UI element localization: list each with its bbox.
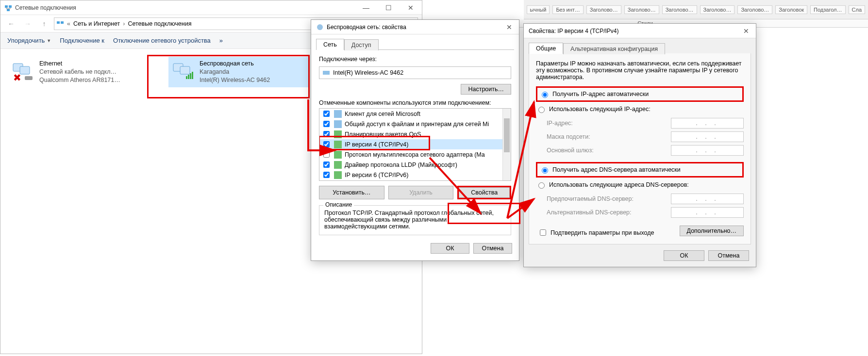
dialog-title: Свойства: IP версии 4 (TCP/IPv4): [529, 28, 619, 34]
ribbon-item[interactable]: Без инт…: [552, 5, 583, 14]
svg-rect-6: [20, 66, 30, 74]
remove-button: Удалить: [388, 186, 454, 199]
connection-device: Qualcomm Atheros AR8171…: [39, 76, 120, 84]
gateway-field: . . .: [671, 145, 744, 156]
component-label: Протокол мультиплексора сетевого адаптер…: [345, 151, 485, 158]
svg-rect-7: [25, 76, 33, 80]
svg-rect-1: [9, 5, 12, 8]
close-button[interactable]: ✕: [500, 20, 519, 34]
radio-input[interactable]: [538, 107, 545, 113]
organize-menu[interactable]: Упорядочить▼: [7, 37, 51, 44]
configure-button[interactable]: Настроить…: [461, 84, 511, 95]
connection-name: Ethernet: [39, 60, 120, 68]
breadcrumb-item[interactable]: Сеть и Интернет: [73, 20, 120, 27]
ribbon-item[interactable]: Заголово…: [624, 5, 659, 14]
tab-access[interactable]: Доступ: [344, 39, 379, 50]
radio-manual-ip[interactable]: Использовать следующий IP-адрес:: [536, 104, 744, 114]
svg-rect-2: [7, 9, 10, 11]
connect-to-menu[interactable]: Подключение к: [60, 37, 104, 44]
ribbon-item[interactable]: Сла: [849, 5, 865, 14]
checkbox-input[interactable]: [540, 229, 546, 236]
dialog-title: Беспроводная сеть: свойства: [327, 24, 406, 31]
annotation-highlight: [448, 203, 520, 224]
background-ribbon: ычный Без инт… Заголово… Заголово… Загол…: [524, 0, 868, 19]
tab-general[interactable]: Общие: [529, 43, 563, 54]
dialog-titlebar: Свойства: IP версии 4 (TCP/IPv4) ✕: [524, 24, 756, 38]
confirm-on-exit[interactable]: Подтвердить параметры при выходе: [536, 224, 654, 237]
component-label: Общий доступ к файлам и принтерам для се…: [345, 121, 489, 128]
ipv4-properties-dialog: Свойства: IP версии 4 (TCP/IPv4) ✕ Общие…: [523, 23, 756, 267]
breadcrumb-item[interactable]: Сетевые подключения: [128, 20, 191, 27]
checkbox-label: Подтвердить параметры при выходе: [551, 229, 654, 236]
maximize-button[interactable]: ☐: [377, 0, 400, 15]
radio-auto-ip[interactable]: Получить IP-адрес автоматически: [539, 89, 740, 99]
minimize-button[interactable]: —: [355, 0, 377, 15]
breadcrumb-prefix: «: [67, 20, 70, 27]
component-checkbox[interactable]: [323, 172, 330, 178]
radio-input[interactable]: [538, 182, 545, 189]
back-button[interactable]: ←: [4, 17, 18, 31]
forward-button[interactable]: →: [21, 17, 34, 31]
dns2-field: . . .: [671, 207, 744, 218]
radio-label: Получить адрес DNS-сервера автоматически: [552, 166, 681, 173]
install-button[interactable]: Установить…: [319, 186, 384, 199]
description-label: Описание: [323, 201, 354, 208]
components-list[interactable]: Клиент для сетей Microsoft Общий доступ …: [319, 108, 511, 181]
ribbon-item[interactable]: Подзагол…: [810, 5, 845, 14]
svg-rect-21: [334, 151, 342, 159]
list-item: Общий доступ к файлам и принтерам для се…: [319, 119, 511, 129]
scrollbar[interactable]: [502, 109, 511, 180]
component-icon: [334, 151, 342, 159]
adapter-properties-dialog: Беспроводная сеть: свойства ✕ Сеть Досту…: [311, 19, 519, 261]
ribbon-item[interactable]: Заголово…: [700, 5, 735, 14]
ok-button[interactable]: ОК: [431, 243, 469, 254]
tab-alternate[interactable]: Альтернативная конфигурация: [563, 43, 665, 54]
component-label: IP версии 6 (TCP/IPv6): [345, 172, 408, 178]
ethernet-icon: ✖: [11, 60, 34, 83]
svg-rect-18: [334, 120, 342, 128]
component-icon: [334, 161, 342, 169]
properties-button[interactable]: Свойства: [459, 187, 510, 198]
component-checkbox[interactable]: [323, 151, 330, 158]
annotation-highlight: [147, 55, 310, 98]
component-checkbox[interactable]: [323, 111, 330, 117]
radio-label: Использовать следующий IP-адрес:: [549, 106, 651, 113]
component-checkbox[interactable]: [323, 121, 330, 127]
component-checkbox[interactable]: [323, 162, 330, 168]
titlebar: Сетевые подключения — ☐ ✕: [0, 0, 422, 15]
adapter-card-icon: [322, 69, 330, 77]
ok-button[interactable]: ОК: [664, 250, 704, 261]
subnet-mask-label: Маска подсети:: [547, 133, 590, 140]
gateway-label: Основной шлюз:: [547, 147, 594, 154]
svg-text:✖: ✖: [13, 72, 21, 83]
ribbon-item[interactable]: Заголовок: [775, 5, 807, 14]
component-label: Клиент для сетей Microsoft: [345, 111, 420, 117]
ribbon-item[interactable]: Заголово…: [586, 5, 621, 14]
svg-rect-3: [57, 21, 60, 24]
radio-auto-dns[interactable]: Получить адрес DNS-сервера автоматически: [539, 164, 740, 175]
ribbon-item[interactable]: Заголово…: [737, 5, 772, 14]
connection-status: Сетевой кабель не подкл…: [39, 68, 120, 76]
ribbon-item[interactable]: ычный: [527, 5, 550, 14]
ribbon-item[interactable]: Заголово…: [662, 5, 697, 14]
tab-network[interactable]: Сеть: [316, 39, 344, 50]
connection-ethernet[interactable]: ✖ Ethernet Сетевой кабель не подкл… Qual…: [8, 57, 149, 87]
subnet-mask-field: . . .: [671, 131, 744, 142]
more-commands[interactable]: »: [219, 37, 223, 44]
close-button[interactable]: ✕: [400, 0, 422, 15]
close-button[interactable]: ✕: [736, 24, 756, 38]
cancel-button[interactable]: Отмена: [473, 243, 512, 254]
radio-manual-dns[interactable]: Использовать следующие адреса DNS-сервер…: [536, 179, 744, 190]
adapter-icon: [316, 23, 324, 31]
radio-input[interactable]: [542, 167, 548, 174]
disable-device-menu[interactable]: Отключение сетевого устройства: [113, 37, 211, 44]
radio-label: Использовать следующие адреса DNS-сервер…: [549, 181, 689, 188]
up-button[interactable]: ↑: [37, 17, 51, 31]
advanced-button[interactable]: Дополнительно…: [680, 226, 744, 236]
list-item: Протокол мультиплексора сетевого адаптер…: [319, 149, 511, 160]
component-icon: [334, 120, 342, 128]
ip-address-label: IP-адрес:: [547, 120, 573, 127]
cancel-button[interactable]: Отмена: [708, 250, 749, 261]
radio-input[interactable]: [542, 92, 548, 98]
breadcrumb-sep: ›: [123, 20, 125, 27]
